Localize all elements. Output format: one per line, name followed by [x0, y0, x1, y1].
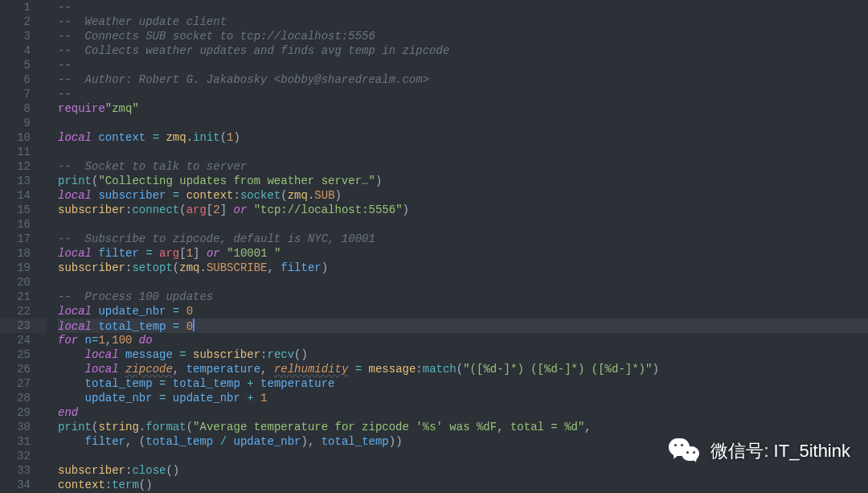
token-var: context: [98, 131, 145, 144]
token-punc: ): [321, 261, 328, 274]
token-punc: [166, 377, 172, 390]
token-func: format: [145, 421, 186, 433]
code-line[interactable]: subscriber:close(): [58, 463, 868, 478]
token-var: filter: [98, 247, 138, 260]
token-num: 0: [186, 305, 193, 318]
token-punc: [153, 392, 159, 405]
code-line[interactable]: end: [58, 405, 868, 420]
code-line[interactable]: context:term(): [58, 478, 868, 492]
token-op: +: [247, 392, 253, 405]
code-line[interactable]: -- Connects SUB socket to tcp://localhos…: [58, 29, 868, 43]
token-num: 2: [213, 203, 219, 216]
token-kw: or: [233, 203, 253, 216]
line-number: 27: [0, 376, 31, 391]
code-line[interactable]: local message = subscriber:recv(): [58, 347, 868, 362]
token-func: match: [423, 363, 457, 376]
line-number: 7: [0, 87, 31, 101]
code-line[interactable]: local filter = arg[1] or "10001 ": [58, 246, 868, 261]
token-punc: ,: [105, 334, 112, 347]
line-number: 9: [0, 116, 31, 130]
token-prop: SUB: [314, 189, 334, 202]
code-line[interactable]: print("Collecting updates from weather s…: [58, 174, 868, 188]
code-line[interactable]: local context = zmq.init(1): [58, 130, 868, 145]
token-punc: ,: [268, 261, 281, 274]
line-number: 15: [0, 203, 31, 217]
code-line[interactable]: [58, 449, 868, 463]
code-line[interactable]: -- Weather update client: [58, 14, 868, 29]
token-var: n: [85, 334, 92, 347]
token-punc: [166, 392, 172, 405]
token-punc: [153, 247, 159, 260]
code-line[interactable]: subscriber:connect(arg[2] or "tcp://loca…: [58, 203, 868, 217]
token-op: =: [145, 247, 152, 260]
code-line[interactable]: --: [58, 0, 868, 14]
code-line[interactable]: require"zmq": [58, 101, 868, 116]
code-line[interactable]: for n=1,100 do: [58, 333, 868, 347]
code-line[interactable]: [58, 275, 868, 290]
token-str: "zmq": [105, 102, 139, 115]
token-punc: [362, 363, 368, 376]
code-line[interactable]: print(string.format("Average temperature…: [58, 420, 868, 434]
line-number: 31: [0, 434, 31, 449]
token-punc: [240, 377, 247, 390]
token-var: total_temp: [85, 377, 153, 390]
token-str: "10001 ": [227, 247, 280, 260]
code-line[interactable]: [58, 116, 868, 130]
token-punc: .: [186, 131, 193, 144]
token-def: arg: [159, 247, 179, 260]
token-var: temperature: [186, 363, 260, 376]
token-op: =: [179, 348, 186, 361]
token-var: message: [125, 348, 173, 361]
token-punc: [173, 348, 179, 361]
line-number: 26: [0, 362, 31, 376]
code-line[interactable]: [58, 217, 868, 232]
code-line[interactable]: -- Collects weather updates and finds av…: [58, 43, 868, 58]
token-cmt: -- Process 100 updates: [58, 290, 213, 303]
code-line[interactable]: --: [58, 87, 868, 101]
token-punc: [179, 320, 186, 333]
token-kw: local: [58, 247, 98, 260]
token-kw: local: [85, 348, 125, 361]
token-punc: [179, 305, 186, 318]
code-line[interactable]: subscriber:setopt(zmq.SUBSCRIBE, filter): [58, 261, 868, 275]
code-area[interactable]: ---- Weather update client-- Connects SU…: [47, 0, 868, 493]
line-number: 6: [0, 72, 31, 87]
token-prop: SUBSCRIBE: [207, 261, 268, 274]
token-punc: :: [105, 479, 112, 491]
token-punc: ,: [260, 363, 274, 376]
token-func: print: [58, 175, 92, 187]
token-id: subscriber: [58, 203, 125, 216]
code-line[interactable]: local subscriber = context:socket(zmq.SU…: [58, 188, 868, 203]
code-line[interactable]: -- Socket to talk to server: [58, 159, 868, 174]
token-punc: ): [652, 363, 658, 376]
token-var: update_nbr: [98, 305, 166, 318]
token-str: "Collecting updates from weather server……: [98, 175, 375, 187]
token-kw: local: [58, 131, 98, 144]
token-var: update_nbr: [233, 435, 301, 448]
code-line[interactable]: -- Author: Robert G. Jakabosky <bobby@sh…: [58, 72, 868, 87]
token-str: "Average temperature for zipcode '%s' wa…: [193, 421, 584, 433]
token-punc: (: [179, 203, 186, 216]
code-line[interactable]: [58, 145, 868, 159]
token-func: socket: [240, 189, 280, 202]
token-punc: ]: [193, 247, 207, 260]
code-line[interactable]: -- Process 100 updates: [58, 290, 868, 304]
token-punc: [254, 392, 260, 405]
code-line[interactable]: -- Subscribe to zipcode, default is NYC,…: [58, 232, 868, 246]
code-line[interactable]: local update_nbr = 0: [58, 304, 868, 318]
code-editor[interactable]: 1234567891011121314151617181920212223242…: [0, 0, 868, 493]
line-number: 28: [0, 391, 31, 405]
code-line[interactable]: local zipcode, temperature, relhumidity …: [58, 362, 868, 376]
token-id: zmq: [288, 189, 308, 202]
token-op: =: [153, 131, 159, 144]
token-punc: (: [186, 421, 193, 433]
token-kw: local: [85, 363, 125, 376]
code-line[interactable]: --: [58, 58, 868, 72]
token-punc: [153, 377, 159, 390]
line-number: 29: [0, 405, 31, 420]
code-line[interactable]: update_nbr = update_nbr + 1: [58, 391, 868, 405]
line-number: 34: [0, 478, 31, 492]
code-line[interactable]: total_temp = total_temp + temperature: [58, 376, 868, 391]
code-line[interactable]: local total_temp = 0: [58, 318, 868, 333]
code-line[interactable]: filter, (total_temp / update_nbr), total…: [58, 434, 868, 449]
